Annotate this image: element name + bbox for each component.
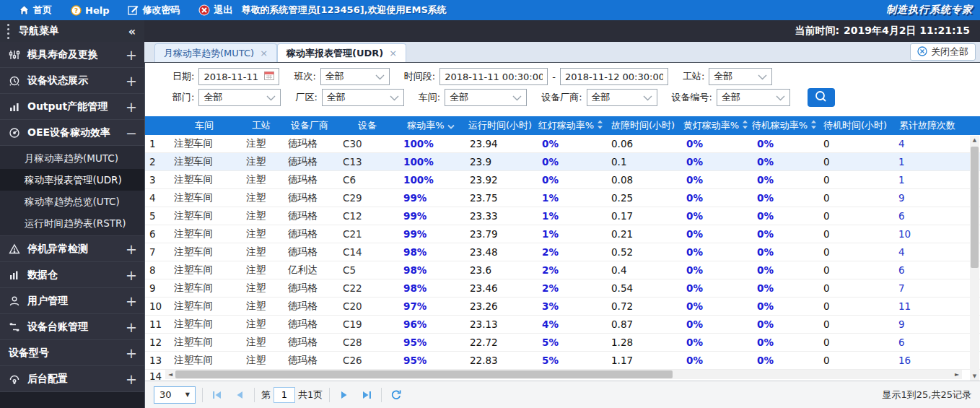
next-page-button[interactable] (336, 387, 352, 403)
table-row[interactable]: 12注塑车间注塑德玛格C2895%22.725%1.280%0%06 (145, 334, 980, 352)
station-label: 工站: (683, 70, 704, 83)
collapse-sidebar-button[interactable]: « (128, 25, 136, 38)
calendar-icon[interactable] (264, 71, 274, 82)
column-header-utilization[interactable]: 稼动率% (398, 116, 464, 135)
sidebar-subitem[interactable]: 月稼动率趋势(MUTC) (0, 147, 144, 169)
table-row[interactable]: 8注塑车间注塑亿利达C598%23.62%0.40%0%06 (145, 261, 980, 279)
close-tab-icon[interactable]: × (389, 48, 397, 58)
tab-label: 月稼动率趋势(MUTC) (164, 47, 254, 60)
expander-icon[interactable]: + (126, 293, 137, 309)
refresh-button[interactable] (388, 387, 404, 403)
column-header-red_rate[interactable]: 红灯稼动率% (536, 116, 605, 135)
horizontal-scrollbar[interactable]: ◄ ► (165, 370, 962, 379)
home-button[interactable]: 首页 (19, 4, 52, 17)
sidebar-item-label: 设备台账管理 (27, 321, 88, 334)
table-row[interactable]: 9注塑车间注塑德玛格C2298%23.462%0.540%0%07 (145, 279, 980, 298)
table-cell-fault_count: 6 (893, 337, 962, 348)
workshop-select[interactable]: 全部 (445, 89, 527, 106)
table-cell-yellow_rate: 0% (681, 300, 751, 312)
shift-select[interactable]: 全部 (320, 68, 390, 85)
table-row[interactable]: 2注塑车间注塑德玛格C13100%23.90%0.10%0%01 (145, 153, 980, 171)
tab-udr[interactable]: 稼动率报表管理(UDR) × (277, 43, 406, 62)
table-cell-utilization: 100% (398, 138, 464, 149)
sidebar-item-device-model[interactable]: 设备型号+ (0, 340, 144, 366)
help-button[interactable]: ? Help (71, 5, 109, 16)
column-header-yellow_rate[interactable]: 黄灯稼动率% (681, 116, 751, 135)
table-row[interactable]: 5注塑车间注塑德玛格C1299%23.331%0.170%0%06 (145, 207, 980, 225)
table-row[interactable]: 13注塑车间注塑德玛格C2695%22.835%1.170%0%016 (145, 352, 980, 370)
table-cell-standby_rate: 0% (751, 264, 818, 276)
table-row[interactable]: 4注塑车间注塑德玛格C2999%23.751%0.250%0%09 (145, 189, 980, 207)
prev-page-button[interactable] (232, 387, 248, 403)
scroll-left-icon[interactable]: ◄ (165, 370, 175, 379)
expander-icon[interactable]: + (126, 345, 137, 361)
table-cell-workshop: 注塑车间 (168, 173, 240, 186)
sidebar-item-backend-config[interactable]: 后台配置+ (0, 366, 144, 392)
sidebar-subitem[interactable]: 稼动率报表管理(UDR) (0, 169, 144, 191)
dept-select[interactable]: 全部 (198, 89, 281, 106)
plant-select[interactable]: 全部 (322, 89, 404, 106)
sidebar-item-equipment-ledger[interactable]: 设备台账管理+ (0, 314, 144, 340)
table-cell-station: 注塑 (240, 191, 282, 204)
station-select[interactable]: 全部 (709, 68, 772, 85)
table-cell-fault_hours: 0.06 (605, 138, 681, 149)
expander-icon[interactable]: + (126, 371, 137, 387)
search-button[interactable] (808, 88, 835, 107)
horizontal-scroll-track[interactable] (175, 370, 952, 379)
table-cell-red_rate: 1% (536, 228, 605, 240)
column-header-standby_rate[interactable]: 待机稼动率% (751, 116, 818, 135)
table-row[interactable]: 11注塑车间注塑德玛格C1996%23.134%0.870%0%09 (145, 316, 980, 334)
scroll-right-icon[interactable]: ► (952, 370, 962, 379)
horizontal-scroll-thumb[interactable] (175, 370, 673, 378)
expander-icon[interactable]: + (126, 73, 137, 89)
page-number-input[interactable] (274, 387, 295, 403)
page-size-select[interactable]: 30 ▼ (154, 386, 196, 404)
vertical-scrollbar[interactable]: ▲ ▼ (970, 136, 979, 381)
scroll-up-icon[interactable]: ▲ (973, 136, 976, 145)
change-password-button[interactable]: 修改密码 (128, 4, 180, 17)
sidebar-subitem[interactable]: 稼动率趋势总览(UTC) (0, 191, 144, 212)
expander-icon[interactable]: + (126, 99, 137, 115)
last-page-button[interactable] (359, 387, 375, 403)
table-cell-yellow_rate: 0% (681, 264, 751, 276)
table-row[interactable]: 1注塑车间注塑德玛格C30100%23.940%0.060%0%04 (145, 135, 980, 153)
expander-icon[interactable]: + (126, 267, 137, 283)
sidebar-subitem[interactable]: 运行时间趋势表(RSTR) (0, 212, 144, 234)
sidebar-item-mold-life[interactable]: 模具寿命及更换+ (0, 42, 144, 68)
table-row[interactable]: 10注塑车间注塑德玛格C2097%23.263%0.720%0%011 (145, 298, 980, 316)
logout-button[interactable]: 退出 (198, 4, 232, 17)
first-page-button[interactable] (209, 387, 225, 403)
expander-icon[interactable]: + (126, 319, 137, 335)
sidebar-item-device-status[interactable]: 设备状态展示+ (0, 68, 144, 94)
table-row[interactable]: 3注塑车间注塑德玛格C6100%23.920%0.080%0%01 (145, 171, 980, 189)
vertical-scroll-track[interactable] (970, 145, 979, 372)
expander-icon[interactable]: + (126, 47, 137, 63)
time-from-input[interactable] (439, 68, 548, 85)
table-cell-standby_hours: 0 (818, 318, 893, 330)
table-cell-fault_hours: 0.1 (605, 156, 681, 168)
sidebar-item-output-capacity[interactable]: Output产能管理+ (0, 94, 144, 120)
time-to-input[interactable] (560, 68, 668, 85)
sidebar-item-oee-efficiency[interactable]: OEE设备稼动效率− (0, 120, 144, 146)
close-all-icon (917, 46, 927, 58)
expander-icon[interactable]: − (126, 125, 137, 141)
table-row[interactable]: 7注塑车间注塑德玛格C1498%23.482%0.520%0%04 (145, 243, 980, 261)
expander-icon[interactable]: + (126, 241, 137, 257)
table-row[interactable]: 6注塑车间注塑德玛格C2199%23.791%0.210%0%010 (145, 225, 980, 243)
table-cell-vendor: 德玛格 (282, 209, 337, 222)
table-cell-standby_hours: 0 (818, 228, 893, 240)
sidebar-item-label: 用户管理 (27, 295, 68, 308)
table-cell-red_rate: 2% (536, 282, 605, 294)
table-cell-fault_hours: 1.17 (605, 355, 681, 366)
vertical-scroll-thumb[interactable] (971, 147, 979, 268)
device-no-select[interactable]: 全部 (717, 89, 790, 106)
change-password-label: 修改密码 (142, 4, 180, 17)
close-all-button[interactable]: 关闭全部 (910, 43, 976, 61)
close-tab-icon[interactable]: × (260, 48, 268, 58)
tab-mutc[interactable]: 月稼动率趋势(MUTC) × (154, 43, 277, 62)
sidebar-item-downtime-detect[interactable]: 停机异常检测+ (0, 236, 144, 262)
date-input[interactable]: 2018-11-11 (198, 68, 279, 85)
sidebar-item-user-mgmt[interactable]: 用户管理+ (0, 288, 144, 314)
vendor-select[interactable]: 全部 (587, 89, 657, 106)
sidebar-item-data-warehouse[interactable]: 数据仓+ (0, 262, 144, 288)
